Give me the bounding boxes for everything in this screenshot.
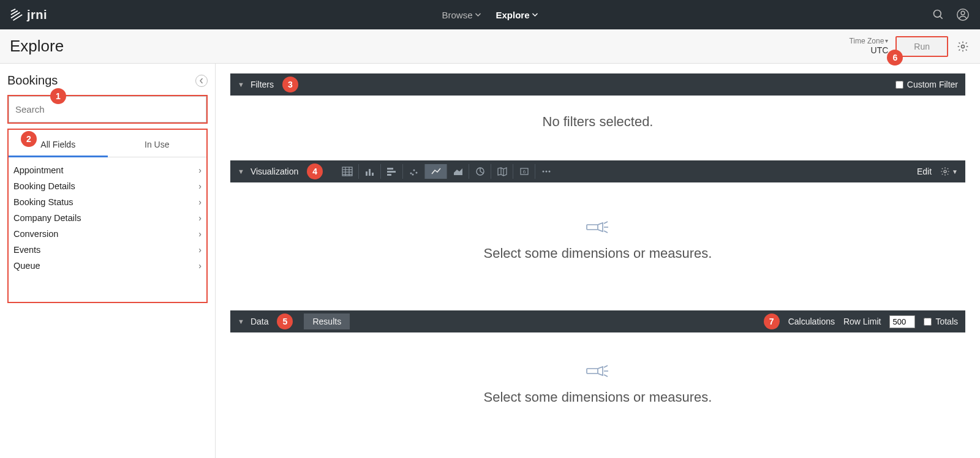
- field-item-booking-details[interactable]: Booking Details›: [11, 178, 204, 194]
- svg-rect-11: [366, 171, 368, 176]
- viz-edit-link[interactable]: Edit: [917, 167, 932, 176]
- tab-in-use[interactable]: In Use: [108, 133, 207, 157]
- annotation-7: 7: [764, 313, 780, 329]
- fields-panel-highlight: 2 All Fields In Use Appointment› Booking…: [7, 129, 208, 303]
- nav-explore[interactable]: Explore: [496, 10, 538, 20]
- collapse-sidebar-icon[interactable]: [195, 75, 208, 87]
- totals-checkbox[interactable]: [924, 318, 932, 326]
- chevron-down-icon: ▾: [885, 37, 888, 45]
- viz-single-value-icon[interactable]: 6: [513, 164, 535, 179]
- totals-toggle[interactable]: Totals: [924, 317, 958, 326]
- timezone[interactable]: Time Zone ▾ UTC: [849, 37, 888, 56]
- svg-rect-28: [587, 225, 598, 230]
- svg-rect-12: [369, 169, 371, 176]
- data-empty-text: Select some dimensions or measures.: [230, 389, 965, 405]
- field-label: Booking Status: [13, 197, 74, 207]
- svg-text:6: 6: [523, 169, 526, 175]
- data-header[interactable]: ▼ Data 5 Results 7 Calculations Row Limi…: [230, 310, 965, 332]
- svg-point-20: [412, 174, 413, 176]
- chevron-right-icon: ›: [198, 181, 202, 191]
- chevron-right-icon: ›: [198, 245, 202, 255]
- field-label: Appointment: [13, 165, 63, 175]
- search-input[interactable]: [9, 96, 206, 122]
- caret-down-icon: ▼: [238, 318, 244, 325]
- viz-gear-icon[interactable]: ▼: [940, 167, 958, 176]
- svg-rect-32: [587, 369, 598, 374]
- svg-line-1: [940, 17, 943, 19]
- viz-bar-icon[interactable]: [380, 164, 402, 179]
- visualization-title: Visualization: [251, 167, 298, 176]
- viz-more-icon[interactable]: [535, 164, 557, 179]
- field-item-events[interactable]: Events›: [11, 242, 204, 258]
- svg-line-31: [604, 231, 608, 233]
- svg-point-4: [962, 45, 965, 48]
- logo[interactable]: jrni: [10, 8, 47, 22]
- content: ▼ Filters 3 Custom Filter No filters sel…: [216, 64, 980, 458]
- totals-label: Totals: [935, 317, 958, 326]
- annotation-5: 5: [277, 313, 293, 329]
- svg-rect-14: [387, 168, 393, 170]
- row-limit-label: Row Limit: [843, 317, 881, 326]
- field-label: Company Details: [13, 213, 81, 223]
- svg-point-0: [934, 10, 941, 18]
- viz-empty-text: Select some dimensions or measures.: [230, 246, 965, 261]
- filters-header[interactable]: ▼ Filters 3 Custom Filter: [230, 73, 965, 96]
- field-label: Events: [13, 245, 40, 255]
- data-body: Select some dimensions or measures.: [230, 332, 965, 424]
- timezone-value: UTC: [871, 45, 889, 56]
- search-icon[interactable]: [931, 7, 946, 22]
- field-item-appointment[interactable]: Appointment›: [11, 162, 204, 178]
- field-list: Appointment› Booking Details› Booking St…: [9, 162, 206, 274]
- viz-area-icon[interactable]: [447, 164, 469, 179]
- topbar-left: jrni: [10, 8, 47, 22]
- row-limit-input[interactable]: [889, 315, 915, 328]
- viz-table-icon[interactable]: [336, 164, 358, 179]
- sidebar-title: Bookings: [7, 73, 58, 88]
- search-highlight: 1: [7, 95, 208, 124]
- filters-panel: ▼ Filters 3 Custom Filter No filters sel…: [230, 73, 965, 148]
- annotation-4: 4: [307, 163, 323, 179]
- chevron-right-icon: ›: [198, 197, 202, 207]
- field-item-company-details[interactable]: Company Details›: [11, 210, 204, 226]
- svg-point-26: [548, 171, 550, 173]
- flashlight-icon: [586, 363, 610, 379]
- svg-line-29: [604, 222, 608, 223]
- user-avatar-icon[interactable]: [956, 7, 970, 22]
- viz-line-icon[interactable]: [424, 164, 447, 179]
- svg-rect-13: [372, 173, 374, 176]
- tab-all-fields[interactable]: All Fields: [9, 133, 108, 157]
- nav-explore-label: Explore: [496, 10, 530, 20]
- field-tabs: All Fields In Use: [9, 133, 206, 157]
- filters-empty-text: No filters selected.: [230, 114, 965, 130]
- svg-point-19: [415, 172, 417, 174]
- subheader: Explore Time Zone ▾ UTC Run 6: [0, 29, 980, 64]
- svg-rect-15: [387, 171, 396, 173]
- chevron-down-icon: [475, 12, 481, 18]
- field-item-queue[interactable]: Queue›: [11, 258, 204, 274]
- viz-column-icon[interactable]: [358, 164, 380, 179]
- run-button[interactable]: Run: [895, 36, 948, 57]
- svg-point-18: [413, 170, 415, 171]
- chevron-right-icon: ›: [198, 229, 202, 239]
- main: Bookings 1 2 All Fields In Use Appointme…: [0, 64, 980, 458]
- custom-filter-checkbox[interactable]: [895, 81, 903, 89]
- gear-icon[interactable]: [956, 39, 970, 54]
- field-item-conversion[interactable]: Conversion›: [11, 226, 204, 242]
- chevron-right-icon: ›: [198, 213, 202, 223]
- svg-line-33: [604, 366, 608, 367]
- chevron-right-icon: ›: [198, 165, 202, 175]
- calculations-link[interactable]: Calculations: [788, 317, 835, 326]
- svg-point-24: [542, 171, 544, 173]
- custom-filter-toggle[interactable]: Custom Filter: [895, 80, 958, 89]
- visualization-header[interactable]: ▼ Visualization 4 6: [230, 160, 965, 182]
- filters-title: Filters: [251, 80, 274, 89]
- svg-line-35: [604, 375, 608, 377]
- svg-point-3: [961, 11, 965, 15]
- field-item-booking-status[interactable]: Booking Status›: [11, 194, 204, 210]
- viz-pie-icon[interactable]: [469, 164, 491, 179]
- viz-scatter-icon[interactable]: [402, 164, 424, 179]
- nav-browse[interactable]: Browse: [442, 10, 481, 20]
- viz-map-icon[interactable]: [491, 164, 513, 179]
- svg-point-25: [545, 171, 547, 173]
- results-tab[interactable]: Results: [304, 313, 350, 329]
